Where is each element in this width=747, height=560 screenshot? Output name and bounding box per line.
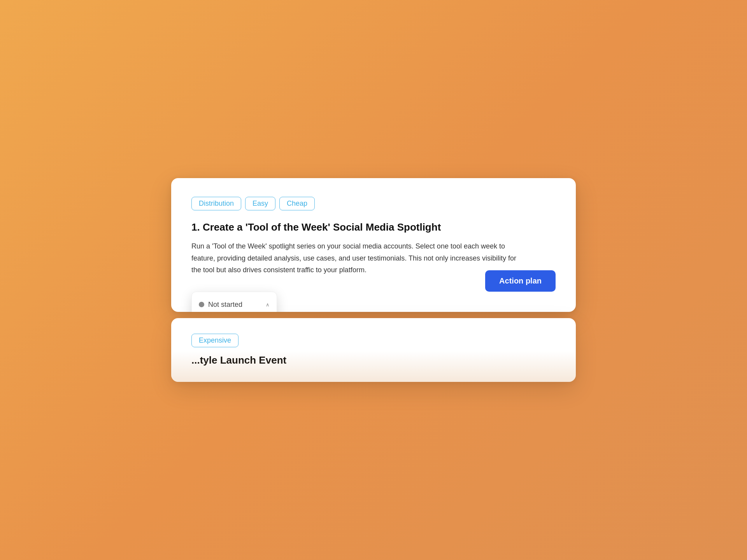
- tag-easy[interactable]: Easy: [245, 197, 275, 210]
- tag-distribution[interactable]: Distribution: [191, 197, 241, 210]
- card-1: Distribution Easy Cheap 1. Create a 'Too…: [171, 178, 576, 312]
- card2-tags-row: Expensive: [191, 334, 556, 347]
- card-title: 1. Create a 'Tool of the Week' Social Me…: [191, 221, 556, 233]
- card2-title: ...tyle Launch Event: [191, 354, 556, 366]
- cards-container: Distribution Easy Cheap 1. Create a 'Too…: [171, 178, 576, 382]
- dropdown-header-label: Not started: [208, 301, 242, 309]
- tag-expensive[interactable]: Expensive: [191, 334, 238, 347]
- tag-cheap[interactable]: Cheap: [279, 197, 315, 210]
- tags-row: Distribution Easy Cheap: [191, 197, 556, 210]
- chevron-up-icon: ∧: [266, 302, 270, 308]
- dropdown-header[interactable]: Not started ∧: [192, 295, 277, 312]
- card-description: Run a 'Tool of the Week' spotlight serie…: [191, 240, 526, 276]
- card-2: Expensive ...tyle Launch Event: [171, 318, 576, 382]
- action-plan-button[interactable]: Action plan: [485, 270, 556, 292]
- status-dropdown-menu[interactable]: Not started ∧ Not started Planned: [191, 292, 277, 312]
- status-dot-not-started-header: [199, 302, 204, 307]
